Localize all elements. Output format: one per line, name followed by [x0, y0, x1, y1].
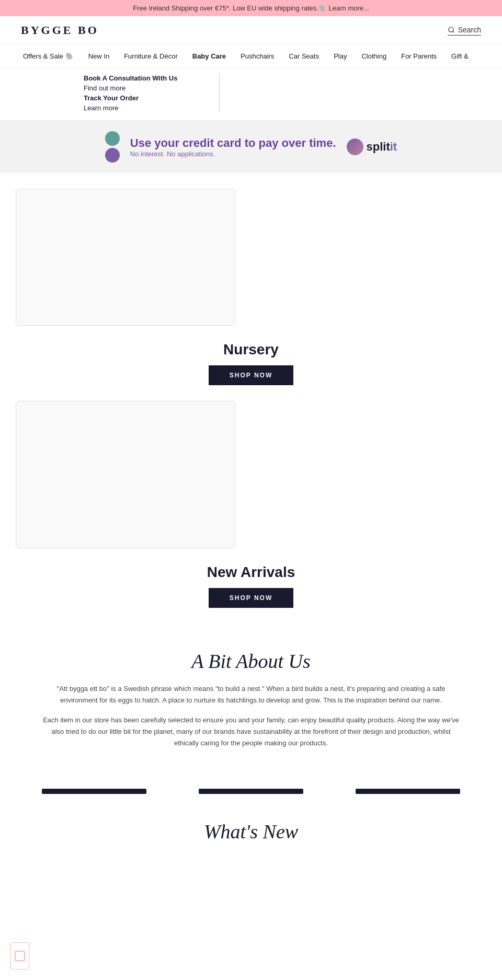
dropdown-divider [219, 74, 220, 112]
book-consultation-link[interactable]: Book A Consultation With Us [84, 74, 177, 82]
dropdown-area: Book A Consultation With Us Find out mor… [0, 68, 502, 121]
whats-new-title: What's New [21, 820, 481, 843]
banner-text: Free Ireland Shipping over €75*. Low EU … [133, 4, 369, 12]
splitit-logo-icon [347, 139, 363, 155]
hero-image-placeholder [16, 189, 235, 325]
splitit-logo: splitit [347, 139, 397, 155]
splitit-circle-teal [105, 131, 120, 146]
logo: BYGGE BO [21, 24, 99, 37]
new-arrivals-image-placeholder [16, 401, 235, 548]
new-arrivals-shop-now-button[interactable]: SHOP NOW [209, 588, 293, 608]
nav-item-car-seats[interactable]: Car Seats [281, 45, 326, 67]
nav-item-offers[interactable]: Offers & Sale 🐘 [16, 45, 81, 67]
learn-more-link[interactable]: Learn more [84, 104, 177, 112]
nursery-title: Nursery [223, 341, 279, 358]
nav-item-for-parents[interactable]: For Parents [394, 45, 444, 67]
new-arrivals-image-card [16, 401, 235, 548]
nav-item-furniture[interactable]: Furniture & Décor [117, 45, 185, 67]
nav-item-pushchairs[interactable]: Pushchairs [233, 45, 281, 67]
nav-item-gift[interactable]: Gift & [444, 45, 476, 67]
header: BYGGE BO Search [0, 16, 502, 45]
nav-item-clothing[interactable]: Clothing [354, 45, 394, 67]
svg-point-0 [448, 27, 453, 31]
nav-item-new-in[interactable]: New In [81, 45, 117, 67]
track-order-link[interactable]: Track Your Order [84, 94, 177, 102]
dark-bar-1 [42, 789, 146, 794]
dark-bars-section [0, 778, 502, 804]
search-icon [448, 26, 455, 33]
main-nav: Offers & Sale 🐘 New In Furniture & Décor… [0, 45, 502, 68]
chat-icon [15, 951, 25, 961]
search-area[interactable]: Search [448, 26, 481, 36]
splitit-text: Use your credit card to pay over time. N… [130, 136, 336, 158]
hero-image-card [16, 189, 235, 326]
splitit-circle-purple [105, 148, 120, 163]
find-out-more-link[interactable]: Find out more [84, 84, 177, 92]
splitit-subtext: No interest. No applications. [130, 150, 336, 158]
splitit-logo-split: split [367, 140, 390, 154]
splitit-icons [105, 131, 120, 163]
new-arrivals-title: New Arrivals [207, 564, 295, 581]
nav-item-play[interactable]: Play [326, 45, 354, 67]
about-paragraph-2: Each item in our store has been carefull… [42, 714, 460, 749]
top-banner: Free Ireland Shipping over €75*. Low EU … [0, 0, 502, 16]
nursery-shop-now-button[interactable]: SHOP NOW [209, 365, 293, 385]
new-arrivals-section: New Arrivals SHOP NOW [16, 554, 486, 618]
dark-bar-2 [199, 789, 303, 794]
splitit-banner: Use your credit card to pay over time. N… [0, 121, 502, 173]
about-title: A Bit About Us [42, 650, 460, 673]
nursery-section: Nursery SHOP NOW [16, 331, 486, 396]
svg-line-1 [452, 31, 454, 32]
splitit-headline: Use your credit card to pay over time. [130, 136, 336, 150]
about-section: A Bit About Us "Att bygga ett bo" is a S… [0, 629, 502, 778]
about-paragraph-1: "Att bygga ett bo" is a Swedish phrase w… [42, 683, 460, 706]
nav-item-baby-care[interactable]: Baby Care [185, 45, 233, 67]
dropdown-left: Book A Consultation With Us Find out mor… [84, 74, 177, 112]
chat-widget[interactable] [10, 942, 29, 963]
whats-new-content [21, 854, 481, 948]
whats-new-section: What's New [0, 804, 502, 963]
search-label[interactable]: Search [458, 26, 481, 34]
main-content: Nursery SHOP NOW New Arrivals SHOP NOW [0, 173, 502, 629]
dark-bar-3 [356, 789, 460, 794]
splitit-logo-it: it [390, 140, 397, 154]
